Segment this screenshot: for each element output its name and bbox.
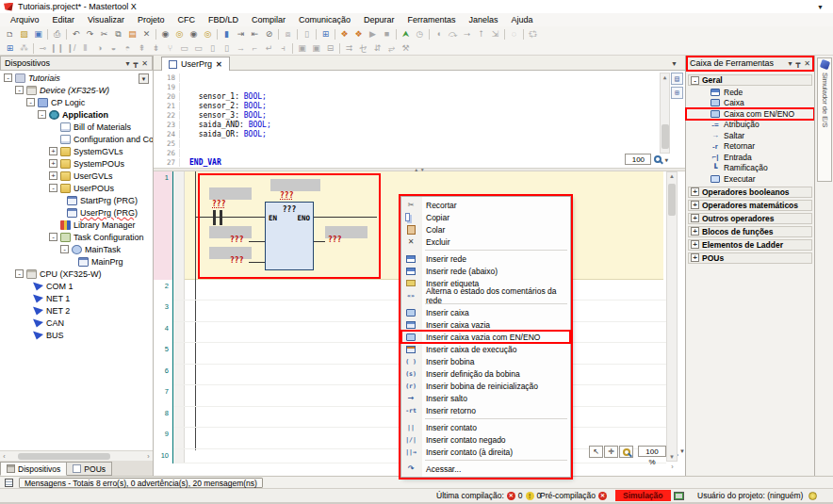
set-reset-icon[interactable]: ⊟ (323, 42, 337, 55)
edge-detect-icon[interactable]: ▣ (309, 42, 323, 55)
zoom-caret-icon[interactable]: ▼ (664, 156, 668, 163)
menu-fbdld[interactable]: FBD/LD (202, 13, 245, 26)
parallel-contact-icon[interactable]: ⫴ (78, 42, 92, 55)
paste-icon[interactable]: ▤ (125, 28, 139, 41)
menu-item-acessar[interactable]: ↷Acessar... (401, 463, 570, 475)
build-icon[interactable]: ⊞ (318, 28, 333, 41)
rising-edge-icon[interactable]: ⇞ (135, 42, 149, 55)
toolbox-item-caixa-en-eno[interactable]: Caixa com EN/ENO (686, 108, 814, 120)
undo-icon[interactable]: ↶ (69, 28, 83, 41)
zoom-tool-icon[interactable] (619, 446, 633, 458)
cut-icon[interactable]: ✂ (97, 28, 111, 41)
toolbox-section-elementos-de-ladder[interactable]: Elementos de Ladder (688, 239, 812, 251)
clean-code-icon[interactable]: ❖ (351, 28, 366, 41)
step-out-icon[interactable]: ⭡ (474, 28, 488, 41)
goto-definition-icon[interactable]: セ (356, 42, 370, 55)
menu-projeto[interactable]: Projeto (131, 13, 172, 26)
browse-icon[interactable]: ⇵ (370, 42, 384, 55)
tree-item-bill-of-materials[interactable]: Bill of Materials (0, 121, 153, 133)
menu-item-inserir-bobina[interactable]: ( )Inserir bobina (401, 355, 570, 367)
bookmark-clear-icon[interactable]: ⊘ (262, 28, 276, 41)
declaration-zoom-control[interactable]: 100 ▼ (625, 154, 668, 165)
tree-item-usergvls[interactable]: UserGVLs (0, 170, 153, 182)
pan-tool-icon[interactable]: ✛ (604, 446, 618, 458)
redo-icon[interactable]: ↷ (83, 28, 97, 41)
menu-item-inserir-definicao-bobina[interactable]: (s)Inserir definição da bobina (401, 367, 570, 380)
devices-pin-icon[interactable]: ┳ (133, 59, 138, 68)
menu-item-inserir-contato-direita[interactable]: ||→Inserir contato (à direita) (401, 446, 570, 458)
declaration-vscrollbar[interactable]: ▲ (660, 73, 670, 154)
tree-item-net1[interactable]: NET 1 (0, 292, 153, 304)
scroll-down-icon[interactable]: ▼ (667, 454, 677, 460)
menu-item-inserir-caixa-execucao[interactable]: Inserir caixa de execução (401, 343, 570, 355)
scroll-thumb[interactable] (668, 184, 676, 216)
box-en-eno-icon[interactable]: ▭ (191, 42, 205, 55)
login-icon[interactable]: ⮝ (399, 28, 413, 41)
bookmark-next-icon[interactable]: ⇥ (234, 28, 248, 41)
run-icon[interactable]: ▶ (366, 28, 380, 41)
menu-item-inserir-salto[interactable]: →Inserir salto (401, 392, 570, 404)
toolbox-menu-icon[interactable]: ▾ (788, 59, 792, 68)
toolbox-item-saltar[interactable]: →Saltar (686, 130, 814, 141)
tree-item-bus[interactable]: BUS (0, 329, 153, 341)
toolbox-pin-icon[interactable]: ┳ (795, 59, 800, 68)
coil-icon[interactable]: ◑ (92, 42, 106, 55)
print-icon[interactable]: ⎙ (50, 28, 64, 41)
menu-item-alterna-comentarios[interactable]: «»Alterna o estado dos comentários da re… (401, 289, 570, 301)
menu-comunicacao[interactable]: Comunicação (292, 13, 357, 26)
tree-item-userpous[interactable]: UserPOUs (0, 182, 153, 194)
tree-dropdown-icon[interactable]: ▼ (139, 73, 149, 84)
step-into-icon[interactable]: ⭢ (460, 28, 474, 41)
negated-contact-icon[interactable]: ❙/ (64, 42, 78, 55)
messages-summary[interactable]: Mensagens - Totais 8 erro(s), 0 advertên… (19, 478, 263, 488)
scroll-up-icon[interactable]: ▲ (667, 173, 677, 179)
toolbox-section-operadores-matematicos[interactable]: Operadores matemáticos (688, 200, 812, 211)
generate-code-icon[interactable]: ❖ (337, 28, 351, 41)
find-in-project-icon[interactable]: ◉ (187, 28, 201, 41)
tab-list-caret-icon[interactable]: ▼ (671, 60, 678, 67)
hscroll-right-icon[interactable]: › (668, 463, 677, 470)
menu-item-excluir[interactable]: ✕Excluir (401, 236, 570, 248)
menu-item-inserir-contato[interactable]: ||Inserir contato (401, 421, 570, 433)
tab-pous[interactable]: POUs (67, 462, 112, 476)
zoom-value[interactable]: 100 (625, 154, 651, 165)
menu-ajuda[interactable]: Ajuda (505, 13, 540, 26)
tree-item-maintask[interactable]: MainTask (0, 243, 153, 255)
menu-item-inserir-bobina-reinicializacao[interactable]: (r)Inserir bobina de reinicialização (401, 380, 570, 392)
menu-arquivo[interactable]: Arquivo (4, 13, 46, 26)
tree-item-application[interactable]: Application (0, 108, 153, 121)
scroll-thumb[interactable] (662, 124, 669, 149)
select-tool-icon[interactable]: ↖ (589, 446, 603, 458)
menu-item-recortar[interactable]: ✂Recortar (401, 199, 570, 211)
menu-item-inserir-rede[interactable]: Inserir rede (401, 252, 570, 265)
tab-userprg[interactable]: UserPrg ✕ (161, 57, 230, 71)
negate-icon[interactable]: ▣ (295, 42, 309, 55)
watch-icon[interactable]: ◷ (413, 28, 427, 41)
toolbox-section-operadores-booleanos[interactable]: Operadores booleanos (688, 187, 812, 198)
menu-cfc[interactable]: CFC (171, 13, 202, 26)
tree-item-cpu[interactable]: CPU (XF325-W) (0, 268, 153, 280)
update-parameters-icon[interactable]: ⮆ (342, 42, 356, 55)
tree-item-userprg[interactable]: UserPrg (PRG) (0, 206, 153, 219)
force-values-icon[interactable]: ⮔ (526, 28, 540, 41)
set-coil-icon[interactable]: ◒ (106, 42, 121, 55)
step-over-icon[interactable]: ⤼ (446, 28, 460, 41)
tree-item-task-configuration[interactable]: Task Configuration (0, 231, 153, 243)
input-icon[interactable]: ⫞ (276, 42, 290, 55)
tab-dispositivos[interactable]: Dispositivos (0, 462, 67, 476)
incremental-find-icon[interactable]: ◎ (172, 28, 187, 41)
branch-icon[interactable]: ⑂ (163, 42, 177, 55)
tree-item-systempous[interactable]: SystemPOUs (0, 157, 153, 170)
menu-editar[interactable]: Editar (46, 13, 82, 26)
toolbox-section-blocos-de-funcoes[interactable]: Blocos de funções (688, 226, 812, 237)
tree-item-library-manager[interactable]: Library Manager (0, 219, 153, 231)
copy-icon[interactable]: ⧉ (111, 28, 125, 41)
new-project-icon[interactable]: 🗅 (3, 28, 17, 41)
toolbox-item-caixa[interactable]: Caixa (686, 98, 814, 109)
declaration-view-icon[interactable]: ▤ (671, 73, 683, 85)
tree-item-can[interactable]: CAN (0, 317, 153, 329)
save-icon[interactable]: ▣ (31, 28, 45, 41)
toolbox-item-atribuicao[interactable]: -=Atribuição (686, 120, 814, 131)
menu-item-inserir-caixa-vazia[interactable]: Inserir caixa vazia (401, 318, 570, 331)
replace-in-project-icon[interactable]: ◎ (201, 28, 215, 41)
